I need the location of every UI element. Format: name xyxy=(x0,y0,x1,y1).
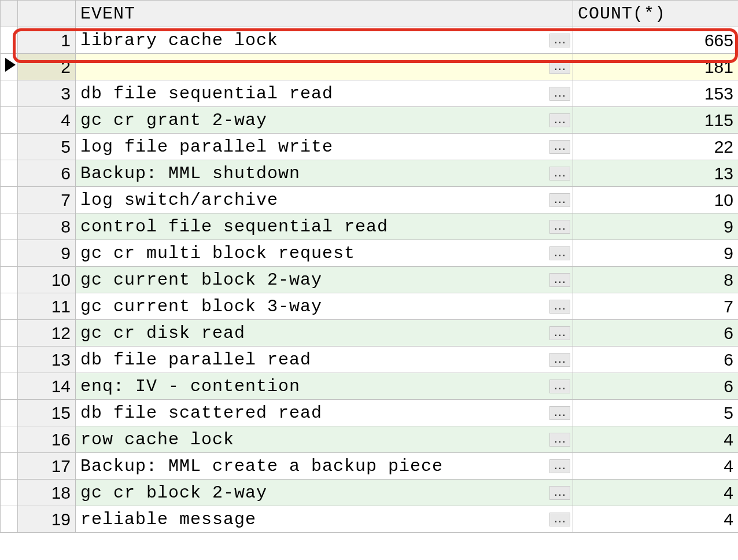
count-cell[interactable]: 10 xyxy=(573,187,739,213)
row-marker xyxy=(1,293,18,320)
event-cell[interactable]: db file parallel read… xyxy=(76,347,573,373)
count-cell[interactable]: 6 xyxy=(573,347,739,373)
event-cell[interactable]: library cache lock… xyxy=(76,27,573,54)
event-cell[interactable]: Backup: MML shutdown… xyxy=(76,160,573,187)
count-cell[interactable]: 7 xyxy=(573,293,739,320)
event-value: Backup: MML shutdown xyxy=(80,164,300,183)
event-cell[interactable]: enq: IV - contention… xyxy=(76,373,573,400)
cell-expand-button[interactable]: … xyxy=(549,113,570,127)
event-cell[interactable]: log file parallel write… xyxy=(76,134,573,160)
cell-expand-button[interactable]: … xyxy=(549,326,570,340)
event-cell[interactable]: Backup: MML create a backup piece… xyxy=(76,453,573,480)
row-number: 9 xyxy=(18,240,76,267)
count-cell[interactable]: 9 xyxy=(573,240,739,267)
row-marker xyxy=(1,187,18,213)
event-cell[interactable]: reliable message… xyxy=(76,506,573,533)
table-row[interactable]: 7log switch/archive…10 xyxy=(1,187,739,213)
table-row[interactable]: 15db file scattered read…5 xyxy=(1,400,739,426)
grid-header-count[interactable]: COUNT(*) xyxy=(573,1,739,27)
count-cell[interactable]: 4 xyxy=(573,480,739,506)
cell-expand-button[interactable]: … xyxy=(549,406,570,420)
cell-expand-button[interactable]: … xyxy=(549,193,570,207)
event-cell[interactable]: control file sequential read… xyxy=(76,213,573,240)
row-marker xyxy=(1,240,18,267)
row-marker xyxy=(1,373,18,400)
table-row[interactable]: 18gc cr block 2-way…4 xyxy=(1,480,739,506)
event-cell[interactable]: gc cr grant 2-way… xyxy=(76,107,573,134)
table-row[interactable]: 1library cache lock…665 xyxy=(1,27,739,54)
cell-expand-button[interactable]: … xyxy=(549,513,570,526)
cell-expand-button[interactable]: … xyxy=(549,246,570,260)
row-number: 8 xyxy=(18,213,76,240)
event-value: gc current block 2-way xyxy=(80,270,322,290)
event-value: gc cr disk read xyxy=(80,323,245,343)
table-row[interactable]: 16row cache lock…4 xyxy=(1,426,739,453)
table-row[interactable]: 6Backup: MML shutdown…13 xyxy=(1,160,739,187)
event-value: db file scattered read xyxy=(80,403,322,423)
table-row[interactable]: 2…181 xyxy=(1,54,739,80)
event-cell[interactable]: db file sequential read… xyxy=(76,80,573,107)
grid-header-rownum[interactable] xyxy=(18,1,76,27)
event-cell[interactable]: gc current block 2-way… xyxy=(76,267,573,293)
table-row[interactable]: 4gc cr grant 2-way…115 xyxy=(1,107,739,134)
row-marker xyxy=(1,80,18,107)
count-cell[interactable]: 8 xyxy=(573,267,739,293)
cell-expand-button[interactable]: … xyxy=(549,433,570,447)
count-cell[interactable]: 6 xyxy=(573,373,739,400)
count-cell[interactable]: 5 xyxy=(573,400,739,426)
count-cell[interactable]: 6 xyxy=(573,320,739,347)
count-cell[interactable]: 4 xyxy=(573,506,739,533)
table-row[interactable]: 5log file parallel write…22 xyxy=(1,134,739,160)
results-grid[interactable]: EVENT COUNT(*) 1library cache lock…6652…… xyxy=(0,0,738,533)
cell-expand-button[interactable]: … xyxy=(549,87,570,101)
table-row[interactable]: 3db file sequential read…153 xyxy=(1,80,739,107)
row-number: 3 xyxy=(18,80,76,107)
event-cell[interactable]: gc cr block 2-way… xyxy=(76,480,573,506)
grid-header-event[interactable]: EVENT xyxy=(76,1,573,27)
row-marker xyxy=(1,320,18,347)
table-row[interactable]: 13db file parallel read…6 xyxy=(1,347,739,373)
table-row[interactable]: 12gc cr disk read…6 xyxy=(1,320,739,347)
count-cell[interactable]: 665 xyxy=(573,27,739,54)
count-cell[interactable]: 13 xyxy=(573,160,739,187)
row-number: 15 xyxy=(18,400,76,426)
event-cell[interactable]: log switch/archive… xyxy=(76,187,573,213)
row-number: 19 xyxy=(18,506,76,533)
row-number: 10 xyxy=(18,267,76,293)
event-cell[interactable]: gc current block 3-way… xyxy=(76,293,573,320)
table-row[interactable]: 19reliable message…4 xyxy=(1,506,739,533)
count-cell[interactable]: 4 xyxy=(573,453,739,480)
event-cell[interactable]: gc cr disk read… xyxy=(76,320,573,347)
event-cell[interactable]: gc cr multi block request… xyxy=(76,240,573,267)
event-cell[interactable]: db file scattered read… xyxy=(76,400,573,426)
cell-expand-button[interactable]: … xyxy=(549,273,570,287)
row-number: 13 xyxy=(18,347,76,373)
table-row[interactable]: 17Backup: MML create a backup piece…4 xyxy=(1,453,739,480)
cell-expand-button[interactable]: … xyxy=(549,459,570,473)
cell-expand-button[interactable]: … xyxy=(549,486,570,500)
table-row[interactable]: 14enq: IV - contention…6 xyxy=(1,373,739,400)
table-row[interactable]: 8control file sequential read…9 xyxy=(1,213,739,240)
row-number: 18 xyxy=(18,480,76,506)
cell-expand-button[interactable]: … xyxy=(549,34,570,47)
cell-expand-button[interactable]: … xyxy=(549,140,570,154)
row-marker xyxy=(1,27,18,54)
count-cell[interactable]: 9 xyxy=(573,213,739,240)
cell-expand-button[interactable]: … xyxy=(549,220,570,234)
cell-expand-button[interactable]: … xyxy=(549,300,570,314)
cell-expand-button[interactable]: … xyxy=(549,167,570,180)
event-cell[interactable]: … xyxy=(76,54,573,80)
count-cell[interactable]: 153 xyxy=(573,80,739,107)
event-cell[interactable]: row cache lock… xyxy=(76,426,573,453)
table-row[interactable]: 9gc cr multi block request…9 xyxy=(1,240,739,267)
cell-expand-button[interactable]: … xyxy=(549,60,570,74)
count-cell[interactable]: 181 xyxy=(573,54,739,80)
count-cell[interactable]: 115 xyxy=(573,107,739,134)
row-marker xyxy=(1,134,18,160)
table-row[interactable]: 10gc current block 2-way…8 xyxy=(1,267,739,293)
count-cell[interactable]: 22 xyxy=(573,134,739,160)
count-cell[interactable]: 4 xyxy=(573,426,739,453)
table-row[interactable]: 11gc current block 3-way…7 xyxy=(1,293,739,320)
cell-expand-button[interactable]: … xyxy=(549,380,570,393)
cell-expand-button[interactable]: … xyxy=(549,353,570,367)
